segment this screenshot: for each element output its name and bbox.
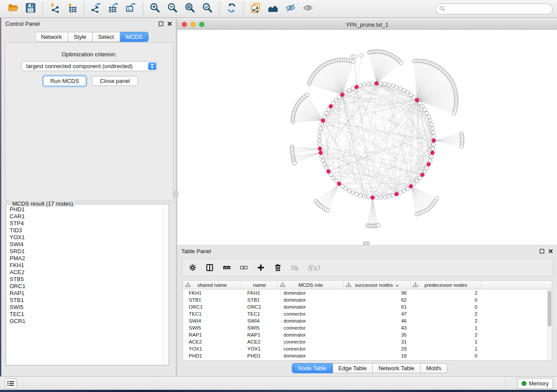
network-node[interactable] xyxy=(351,60,355,64)
cell-successor-nodes[interactable]: 35 xyxy=(344,331,411,338)
float-table-panel-icon[interactable] xyxy=(540,249,544,254)
network-node[interactable] xyxy=(425,166,429,170)
mcds-result-item[interactable]: RAP1 xyxy=(6,290,163,297)
delete-button[interactable] xyxy=(273,263,282,272)
network-node[interactable] xyxy=(460,144,464,148)
table-row[interactable]: SWI5SWI5connector431 xyxy=(183,324,552,331)
mcds-result-item[interactable]: PHD1 xyxy=(6,206,163,213)
network-node[interactable] xyxy=(377,224,381,227)
cell-shared-name[interactable]: RAP1 xyxy=(183,331,242,338)
criterion-dropdown[interactable]: largest connected component (undirected) xyxy=(21,61,158,71)
tab-mcds[interactable]: MCDS xyxy=(120,32,149,42)
search-box[interactable] xyxy=(436,3,553,14)
table-row[interactable]: YOX1YOX1connector291 xyxy=(183,345,552,352)
network-node[interactable] xyxy=(370,82,374,86)
table-scrollbar-thumb[interactable] xyxy=(548,291,551,327)
table-scrollbar[interactable] xyxy=(547,289,552,360)
network-node[interactable] xyxy=(429,123,433,127)
network-node[interactable] xyxy=(429,155,433,159)
cell-successor-nodes[interactable]: 31 xyxy=(344,338,411,345)
network-node[interactable] xyxy=(326,108,330,112)
network-node[interactable] xyxy=(387,195,391,199)
mcds-result-item[interactable]: ORC1 xyxy=(6,283,163,290)
tab-network-table[interactable]: Network Table xyxy=(373,363,420,373)
network-node[interactable] xyxy=(332,176,336,180)
network-view[interactable] xyxy=(177,30,557,245)
network-node[interactable] xyxy=(435,196,439,200)
import-table-button[interactable] xyxy=(63,2,81,16)
zoom-in-button[interactable] xyxy=(146,2,164,16)
mcds-node[interactable] xyxy=(432,139,436,143)
run-mcds-button[interactable]: Run MCDS xyxy=(43,76,86,86)
network-node[interactable] xyxy=(421,104,425,108)
cell-shared-name[interactable]: ACE2 xyxy=(183,338,242,345)
close-panel-icon[interactable] xyxy=(167,21,172,26)
mcds-result-item[interactable]: STP4 xyxy=(6,220,163,227)
cell-shared-name[interactable]: SWI5 xyxy=(183,324,242,331)
horizontal-splitter-grip[interactable] xyxy=(363,241,370,245)
cell-MCDS-role[interactable]: connector xyxy=(278,338,344,345)
cell-MCDS-role[interactable]: connector xyxy=(278,324,344,331)
import-network-button[interactable] xyxy=(46,2,63,16)
cell-MCDS-role[interactable]: dominator xyxy=(278,331,344,338)
mcds-result-item[interactable]: STB5 xyxy=(6,276,163,283)
open-button[interactable] xyxy=(4,2,22,16)
network-node[interactable] xyxy=(383,195,387,199)
deselect-all-button[interactable] xyxy=(239,263,248,272)
cell-successor-nodes[interactable]: 47 xyxy=(344,310,411,317)
hide-eye-button[interactable] xyxy=(282,2,299,16)
cell-name[interactable]: ACE2 xyxy=(242,338,278,345)
cell-shared-name[interactable]: YOX1 xyxy=(183,345,242,352)
tab-node-table[interactable]: Node Table xyxy=(292,363,333,373)
vertical-splitter-grip[interactable] xyxy=(174,191,178,197)
cell-predecessor-nodes[interactable]: 2 xyxy=(411,289,481,296)
tab-select[interactable]: Select xyxy=(93,32,120,42)
network-node[interactable] xyxy=(325,111,329,115)
columns-button[interactable] xyxy=(205,263,214,272)
network-node[interactable] xyxy=(379,82,383,86)
network-node[interactable] xyxy=(418,176,422,180)
network-node[interactable] xyxy=(402,189,406,193)
cell-predecessor-nodes[interactable]: 1 xyxy=(411,345,481,352)
cell-name[interactable]: PHD1 xyxy=(242,352,278,359)
network-node[interactable] xyxy=(326,208,330,212)
network-node[interactable] xyxy=(332,101,336,105)
cell-name[interactable]: ORC1 xyxy=(242,303,278,310)
table-row[interactable]: TEC1TEC1connector472 xyxy=(183,310,552,317)
network-node[interactable] xyxy=(359,84,363,88)
memory-button[interactable]: Memory xyxy=(517,378,553,389)
cell-name[interactable]: SWI4 xyxy=(242,317,278,324)
network-node[interactable] xyxy=(347,89,351,93)
mcds-result-item[interactable]: GCR1 xyxy=(6,318,163,325)
mcds-node[interactable] xyxy=(329,104,333,108)
export-table-button[interactable] xyxy=(105,2,122,16)
network-node[interactable] xyxy=(351,87,355,91)
tab-motifs[interactable]: Motifs xyxy=(421,363,448,373)
mcds-result-item[interactable]: TEC1 xyxy=(6,311,163,318)
column-header-name[interactable]: name xyxy=(242,281,278,289)
zoom-selected-button[interactable] xyxy=(199,2,216,16)
network-node[interactable] xyxy=(329,173,333,177)
zoom-out-button[interactable] xyxy=(164,2,181,16)
network-node[interactable] xyxy=(394,85,398,89)
table-row[interactable]: ORC1ORC1dominator610 xyxy=(183,303,552,310)
network-node[interactable] xyxy=(367,195,370,199)
network-node[interactable] xyxy=(293,162,297,165)
network-node[interactable] xyxy=(428,119,432,123)
network-node[interactable] xyxy=(406,187,410,191)
zoom-fit-button[interactable] xyxy=(181,2,199,16)
mcds-result-item[interactable]: FKH1 xyxy=(6,262,163,269)
cell-name[interactable]: SWI5 xyxy=(242,324,278,331)
cell-shared-name[interactable]: PHD1 xyxy=(183,352,242,359)
network-node[interactable] xyxy=(399,61,403,65)
close-panel-button[interactable]: Close panel xyxy=(92,76,138,86)
search-input[interactable] xyxy=(447,6,549,12)
table-row[interactable]: RAP1RAP1dominator352 xyxy=(183,331,552,338)
mcds-node[interactable] xyxy=(394,192,398,196)
network-node[interactable] xyxy=(423,170,427,174)
network-node[interactable] xyxy=(391,84,395,88)
network-node[interactable] xyxy=(412,96,416,100)
cell-name[interactable]: TEC1 xyxy=(242,310,278,317)
network-node[interactable] xyxy=(353,55,357,58)
mcds-node[interactable] xyxy=(415,98,419,102)
